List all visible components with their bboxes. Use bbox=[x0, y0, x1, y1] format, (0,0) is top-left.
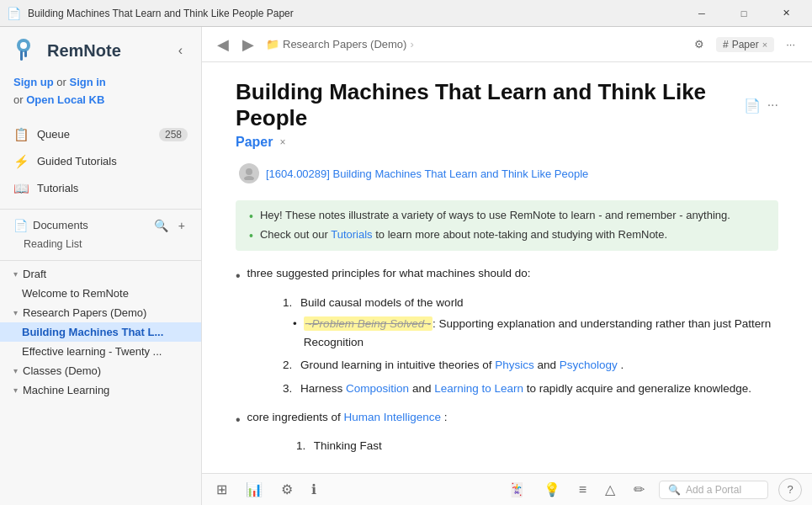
core-item-1: 1. Thinking Fast bbox=[296, 437, 778, 455]
tutorials-link[interactable]: Tutorials bbox=[331, 228, 372, 241]
principles-list: 1. Build causal models of the world • ~P… bbox=[256, 294, 778, 398]
doc-avatar bbox=[239, 163, 259, 183]
principle-2-and: and bbox=[537, 359, 559, 371]
machine-learning-label: Machine Learning bbox=[23, 384, 109, 396]
settings-button[interactable]: ⚙ bbox=[687, 35, 711, 53]
machine-learning-arrow: ▾ bbox=[13, 385, 18, 395]
close-button[interactable]: ✕ bbox=[767, 0, 805, 27]
tree-item-welcome[interactable]: Welcome to RemNote bbox=[0, 284, 201, 303]
arxiv-link[interactable]: [1604.00289] Building Machines That Lear… bbox=[266, 167, 588, 180]
titlebar: 📄 Building Machines That Learn and Think… bbox=[0, 0, 812, 27]
triangle-button[interactable]: △ bbox=[601, 479, 619, 500]
principle-2-text-before: Ground learning in intuitive theories of bbox=[300, 359, 495, 371]
nav-item-tutorials[interactable]: 📖 Tutorials bbox=[0, 175, 201, 202]
sidebar-header: RemNote ‹ bbox=[0, 27, 201, 71]
open-local-link[interactable]: Open Local KB bbox=[26, 93, 104, 106]
principle-3-num: 3. bbox=[283, 382, 292, 395]
tag-label: Paper bbox=[732, 39, 759, 50]
bulb-button[interactable]: 💡 bbox=[539, 479, 565, 500]
breadcrumb: 📁 Research Papers (Demo) › bbox=[266, 38, 414, 50]
tag-remove-button[interactable]: × bbox=[762, 40, 767, 50]
tree-item-classes[interactable]: ▾ Classes (Demo) bbox=[0, 361, 201, 380]
core-intro-before: core ingredients of bbox=[247, 411, 344, 423]
sub-bullet-text: ~Problem Being Solved~: Supporting expla… bbox=[304, 315, 778, 351]
human-intelligence-link[interactable]: Human Intelligence bbox=[343, 411, 441, 423]
logo-text: RemNote bbox=[47, 41, 121, 61]
tag-hash-icon: # bbox=[723, 39, 729, 50]
psychology-link[interactable]: Psychology bbox=[560, 359, 618, 371]
hint-bullet-2: • bbox=[249, 229, 253, 242]
learning-to-learn-link[interactable]: Learning to Learn bbox=[434, 382, 523, 395]
documents-section: 📄 Documents 🔍 + bbox=[0, 213, 201, 235]
sidebar-tree: ▾ Draft Welcome to RemNote ▾ Research Pa… bbox=[0, 264, 201, 505]
pen-button[interactable]: ✏ bbox=[629, 479, 649, 500]
principle-2: 2. Ground learning in intuitive theories… bbox=[283, 356, 778, 375]
flash-card-button[interactable]: 🃏 bbox=[504, 479, 529, 500]
nav-item-guided-tutorials[interactable]: ⚡ Guided Tutorials bbox=[0, 148, 201, 175]
documents-label: Documents bbox=[33, 219, 88, 231]
doc-title-row: Building Machines That Learn and Think L… bbox=[236, 79, 778, 131]
principle-1: 1. Build causal models of the world • ~P… bbox=[283, 294, 778, 352]
portal-input[interactable]: 🔍 Add a Portal bbox=[659, 481, 768, 499]
bottom-toolbar: ⊞ 📊 ⚙ ℹ 🃏 💡 ≡ △ ✏ 🔍 Add a Portal ? bbox=[202, 473, 812, 505]
sidebar-collapse-button[interactable]: ‹ bbox=[173, 41, 188, 60]
list-button[interactable]: ≡ bbox=[575, 480, 591, 500]
settings-bottom-button[interactable]: ⚙ bbox=[277, 479, 297, 500]
tree-item-effective-learning[interactable]: Effective learning - Twenty ... bbox=[0, 342, 201, 361]
principle-1-num: 1. bbox=[283, 296, 292, 309]
tree-item-research-papers[interactable]: ▾ Research Papers (Demo) bbox=[0, 303, 201, 322]
doc-tag-row: Paper × bbox=[236, 135, 778, 150]
back-button[interactable]: ◀ bbox=[212, 34, 234, 56]
doc-area: Building Machines That Learn and Think L… bbox=[202, 62, 812, 473]
forward-button[interactable]: ▶ bbox=[237, 34, 259, 56]
info-button[interactable]: ℹ bbox=[307, 479, 321, 500]
breadcrumb-sep: › bbox=[410, 38, 413, 50]
sidebar-divider-2 bbox=[0, 260, 201, 261]
portal-placeholder: Add a Portal bbox=[686, 484, 741, 496]
principle-2-period: . bbox=[621, 359, 624, 371]
maximize-button[interactable]: □ bbox=[724, 0, 763, 27]
sidebar: RemNote ‹ Sign up or Sign in or Open Loc… bbox=[0, 27, 202, 505]
search-documents-button[interactable]: 🔍 bbox=[151, 218, 171, 233]
minimize-button[interactable]: ─ bbox=[682, 0, 721, 27]
doc-link-row: [1604.00289] Building Machines That Lear… bbox=[236, 163, 778, 183]
principle-1-text: Build causal models of the world bbox=[300, 296, 464, 309]
breadcrumb-research-papers[interactable]: Research Papers (Demo) bbox=[283, 38, 406, 50]
tag-chip-paper[interactable]: # Paper × bbox=[716, 37, 774, 52]
doc-content: • three suggested principles for what ma… bbox=[236, 264, 778, 455]
help-button[interactable]: ? bbox=[778, 478, 802, 502]
folder-icon: 📁 bbox=[266, 38, 279, 50]
nav-item-queue[interactable]: 📋 Queue 258 bbox=[0, 121, 201, 148]
doc-more-icon[interactable]: ··· bbox=[767, 98, 778, 113]
tree-item-building-machines[interactable]: Building Machines That L... bbox=[0, 322, 201, 342]
tree-item-machine-learning[interactable]: ▾ Machine Learning bbox=[0, 380, 201, 400]
principle-3-rest: to rapidly acquire and generalize knowle… bbox=[527, 382, 751, 395]
svg-rect-3 bbox=[24, 50, 27, 57]
physics-link[interactable]: Physics bbox=[495, 359, 534, 371]
analytics-button[interactable]: 📊 bbox=[241, 479, 267, 500]
layout-button[interactable]: ⊞ bbox=[212, 479, 231, 500]
composition-link[interactable]: Composition bbox=[346, 382, 409, 395]
sidebar-divider bbox=[0, 209, 201, 210]
doc-tag-remove[interactable]: × bbox=[279, 136, 285, 148]
tree-item-draft[interactable]: ▾ Draft bbox=[0, 264, 201, 284]
svg-point-1 bbox=[20, 42, 27, 49]
reading-list-item[interactable]: Reading List bbox=[0, 235, 201, 253]
document-section-icon: 📄 bbox=[13, 219, 28, 232]
signin-link[interactable]: Sign in bbox=[69, 76, 105, 88]
toolbar-nav: ◀ ▶ bbox=[212, 34, 259, 56]
hint-text-2: Check out our Tutorials to learn more ab… bbox=[260, 228, 667, 241]
problem-highlight: ~Problem Being Solved~ bbox=[304, 316, 433, 331]
intro-text: three suggested principles for what mach… bbox=[247, 264, 531, 283]
add-document-button[interactable]: + bbox=[176, 218, 188, 233]
doc-file-icon[interactable]: 📄 bbox=[744, 98, 761, 114]
tutorials-icon: 📖 bbox=[13, 181, 29, 196]
principle-2-num: 2. bbox=[283, 359, 292, 371]
more-options-button[interactable]: ··· bbox=[779, 35, 802, 53]
doc-tag-paper[interactable]: Paper bbox=[236, 135, 273, 150]
signup-link[interactable]: Sign up bbox=[13, 76, 54, 88]
search-icon-small: 🔍 bbox=[668, 484, 681, 496]
classes-label: Classes (Demo) bbox=[23, 364, 101, 377]
core-item-1-num: 1. bbox=[296, 439, 305, 452]
hint-item-1: • Hey! These notes illustrate a variety … bbox=[249, 209, 765, 223]
